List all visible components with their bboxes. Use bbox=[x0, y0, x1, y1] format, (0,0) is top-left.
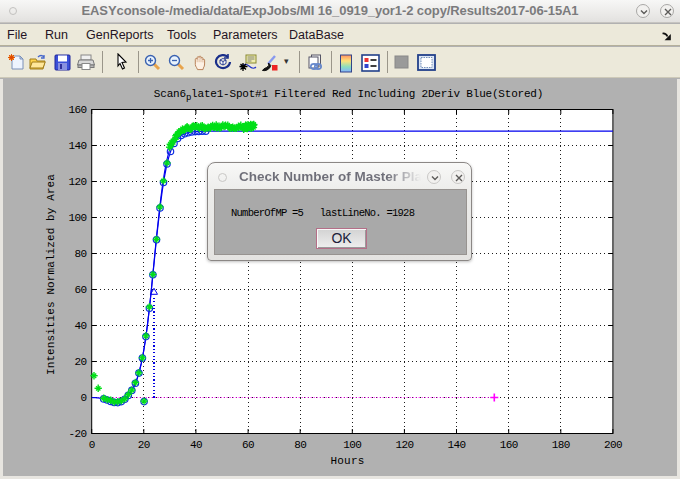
svg-text:120: 120 bbox=[68, 176, 86, 188]
svg-text:Hours: Hours bbox=[330, 455, 364, 467]
svg-text:-20: -20 bbox=[68, 428, 86, 440]
svg-text:80: 80 bbox=[74, 248, 86, 260]
svg-text:40: 40 bbox=[74, 320, 86, 332]
svg-text:160: 160 bbox=[500, 439, 518, 451]
svg-text:Scan6plate1-Spot#1 Filtered Re: Scan6plate1-Spot#1 Filtered Red Includin… bbox=[154, 88, 543, 103]
svg-text:100: 100 bbox=[68, 212, 86, 224]
svg-text:0: 0 bbox=[89, 439, 95, 451]
svg-text:60: 60 bbox=[242, 439, 254, 451]
svg-text:160: 160 bbox=[68, 104, 86, 116]
svg-text:0: 0 bbox=[80, 392, 86, 404]
svg-text:140: 140 bbox=[68, 140, 86, 152]
svg-text:120: 120 bbox=[395, 439, 413, 451]
svg-text:Intensities Normalized by Area: Intensities Normalized by Area bbox=[45, 174, 57, 375]
svg-text:200: 200 bbox=[604, 439, 622, 451]
svg-text:100: 100 bbox=[343, 439, 361, 451]
svg-text:40: 40 bbox=[190, 439, 202, 451]
svg-text:60: 60 bbox=[74, 284, 86, 296]
svg-text:140: 140 bbox=[447, 439, 465, 451]
svg-text:180: 180 bbox=[552, 439, 570, 451]
svg-text:80: 80 bbox=[294, 439, 306, 451]
svg-text:20: 20 bbox=[74, 356, 86, 368]
svg-text:20: 20 bbox=[138, 439, 150, 451]
